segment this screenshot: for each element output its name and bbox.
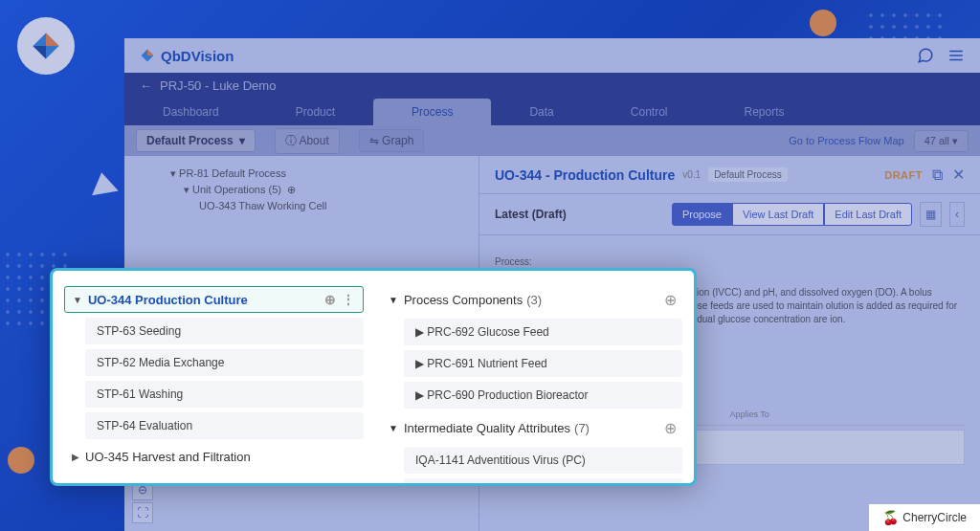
toolbar-right: Go to Process Flow Map 47 all ▾ bbox=[789, 130, 969, 152]
popup-component[interactable]: ▶ PRC-690 Production Bioreactor bbox=[404, 382, 682, 409]
brand-text: QbDVision bbox=[161, 48, 234, 64]
chevron-down-icon: ▼ bbox=[73, 295, 82, 305]
brand: QbDVision bbox=[140, 48, 234, 64]
popup-node-sibling[interactable]: ▶ UO-345 Harvest and Filtration bbox=[64, 445, 364, 469]
process-selector-label: Default Process bbox=[146, 134, 234, 147]
popup-left-col: ▼ UO-344 Production Culture ⊕ ⋮ STP-63 S… bbox=[64, 286, 373, 468]
popup-iqa[interactable]: IQA-1138 Bioburden (PC) bbox=[404, 478, 682, 486]
count-filter[interactable]: 47 all ▾ bbox=[914, 130, 969, 152]
grid-icon[interactable]: ▦ bbox=[920, 202, 942, 227]
info-icon: ⓘ bbox=[285, 134, 297, 147]
back-arrow-icon[interactable]: ← bbox=[140, 78, 152, 93]
menu-icon[interactable] bbox=[947, 47, 965, 64]
close-icon[interactable]: ✕ bbox=[952, 166, 965, 184]
add-icon[interactable]: ⊕ bbox=[324, 292, 336, 307]
version-label: v0.1 bbox=[682, 169, 701, 180]
popup-component[interactable]: ▶ PRC-692 Glucose Feed bbox=[404, 319, 682, 345]
more-icon[interactable]: ⋮ bbox=[342, 292, 355, 307]
count-label: 47 all bbox=[924, 135, 949, 146]
edit-draft-button[interactable]: Edit Last Draft bbox=[824, 203, 912, 226]
process-tag: Default Process bbox=[708, 167, 788, 182]
fit-button[interactable]: ⛶ bbox=[132, 502, 153, 523]
tab-control[interactable]: Control bbox=[592, 99, 706, 125]
graph-button[interactable]: ⇋ Graph bbox=[359, 129, 425, 152]
svg-marker-4 bbox=[147, 50, 153, 55]
popup-step[interactable]: STP-64 Evaluation bbox=[85, 412, 364, 439]
cherrycircle-badge: 🍒 CherryCircle bbox=[869, 504, 980, 531]
chevron-down-icon: ▼ bbox=[389, 295, 398, 305]
deco-circle bbox=[8, 447, 34, 474]
component-label: PRC-692 Glucose Feed bbox=[427, 325, 548, 339]
app-header: QbDVision bbox=[124, 38, 980, 73]
app-logo-badge bbox=[17, 17, 75, 75]
chevron-down-icon: ▼ bbox=[389, 423, 398, 433]
latest-label: Latest (Draft) bbox=[495, 208, 567, 221]
popup-step[interactable]: STP-63 Seeding bbox=[85, 318, 364, 344]
detail-header: UO-344 - Production Culture v0.1 Default… bbox=[479, 156, 980, 194]
group-label: Process Components bbox=[404, 293, 523, 307]
deco-triangle bbox=[88, 170, 118, 196]
chevron-left-icon[interactable]: ‹ bbox=[949, 202, 965, 227]
cherrycircle-text: CherryCircle bbox=[902, 511, 967, 524]
component-label: PRC-691 Nutrient Feed bbox=[427, 357, 546, 370]
component-label: PRC-690 Production Bioreactor bbox=[427, 388, 588, 402]
node-label: UO-344 Production Culture bbox=[88, 293, 248, 307]
propose-button[interactable]: Propose bbox=[672, 203, 732, 226]
tab-process[interactable]: Process bbox=[373, 99, 491, 125]
deco-circle bbox=[810, 10, 836, 36]
header-icons bbox=[917, 47, 965, 64]
process-flow-link[interactable]: Go to Process Flow Map bbox=[789, 135, 903, 146]
popup-component[interactable]: ▶ PRC-691 Nutrient Feed bbox=[404, 350, 682, 377]
project-bar: ← PRJ-50 - Luke Demo bbox=[124, 73, 980, 99]
svg-marker-2 bbox=[33, 46, 46, 59]
tree-root: ▾ PR-81 Default Process ▾ Unit Operation… bbox=[132, 166, 471, 213]
process-selector[interactable]: Default Process ▾ bbox=[136, 129, 256, 152]
tree-root-item[interactable]: ▾ PR-81 Default Process bbox=[155, 166, 471, 182]
detail-subheader: Latest (Draft) Propose View Last Draft E… bbox=[479, 194, 980, 235]
doc-col-applies: Applies To bbox=[730, 409, 966, 419]
about-button[interactable]: ⓘ About bbox=[275, 128, 340, 154]
project-title: PRJ-50 - Luke Demo bbox=[160, 78, 276, 93]
external-link-icon[interactable]: ⧉ bbox=[932, 166, 943, 184]
cherry-icon: 🍒 bbox=[882, 510, 899, 525]
view-draft-button[interactable]: View Last Draft bbox=[732, 203, 824, 226]
tab-reports[interactable]: Reports bbox=[705, 99, 822, 125]
about-label: About bbox=[299, 134, 328, 147]
action-buttons: Propose View Last Draft Edit Last Draft bbox=[672, 203, 912, 226]
status-badge: DRAFT bbox=[884, 169, 923, 181]
node-label: UO-345 Harvest and Filtration bbox=[85, 450, 251, 464]
popup-step[interactable]: STP-62 Media Exchange bbox=[85, 349, 364, 376]
brand-icon bbox=[140, 48, 155, 63]
iqa-header[interactable]: ▼ Intermediate Quality Attributes (7) ⊕ bbox=[383, 414, 682, 442]
group-count: (7) bbox=[574, 421, 590, 435]
popup-right-col: ▼ Process Components (3) ⊕ ▶ PRC-692 Glu… bbox=[373, 286, 682, 468]
process-field-label: Process: bbox=[495, 256, 965, 267]
detail-title: UO-344 - Production Culture bbox=[495, 167, 675, 183]
tab-product[interactable]: Product bbox=[257, 99, 373, 125]
tree-item[interactable]: UO-343 Thaw Working Cell bbox=[155, 198, 471, 213]
toolbar-left: Default Process ▾ ⓘ About ⇋ Graph bbox=[136, 128, 424, 154]
tab-dashboard[interactable]: Dashboard bbox=[124, 99, 257, 125]
popup-step[interactable]: STP-61 Washing bbox=[85, 381, 364, 408]
components-header[interactable]: ▼ Process Components (3) ⊕ bbox=[383, 286, 682, 314]
nav-tabs: Dashboard Product Process Data Control R… bbox=[124, 99, 980, 125]
popup-iqa[interactable]: IQA-1141 Adventitious Virus (PC) bbox=[404, 447, 682, 474]
chevron-right-icon: ▶ bbox=[72, 452, 79, 462]
toolbar: Default Process ▾ ⓘ About ⇋ Graph Go to … bbox=[124, 125, 980, 156]
action-row: Propose View Last Draft Edit Last Draft … bbox=[672, 202, 965, 227]
detail-title-group: UO-344 - Production Culture v0.1 Default… bbox=[495, 167, 788, 183]
tree-unit-ops[interactable]: ▾ Unit Operations (5) ⊕ bbox=[155, 182, 471, 198]
detail-actions: DRAFT ⧉ ✕ bbox=[884, 166, 965, 184]
logo-icon bbox=[30, 30, 62, 62]
add-icon[interactable]: ⊕ bbox=[664, 419, 677, 437]
popup-node-selected[interactable]: ▼ UO-344 Production Culture ⊕ ⋮ bbox=[64, 286, 364, 313]
group-label: Intermediate Quality Attributes bbox=[404, 421, 570, 435]
chat-icon[interactable] bbox=[917, 47, 934, 64]
chevron-down-icon: ▾ bbox=[952, 135, 958, 146]
tab-data[interactable]: Data bbox=[491, 99, 591, 125]
tree-unit-ops-label: Unit Operations (5) bbox=[192, 184, 281, 195]
graph-icon: ⇋ bbox=[369, 134, 379, 147]
svg-marker-1 bbox=[46, 33, 59, 46]
chevron-down-icon: ▾ bbox=[239, 134, 245, 147]
add-icon[interactable]: ⊕ bbox=[664, 291, 677, 309]
